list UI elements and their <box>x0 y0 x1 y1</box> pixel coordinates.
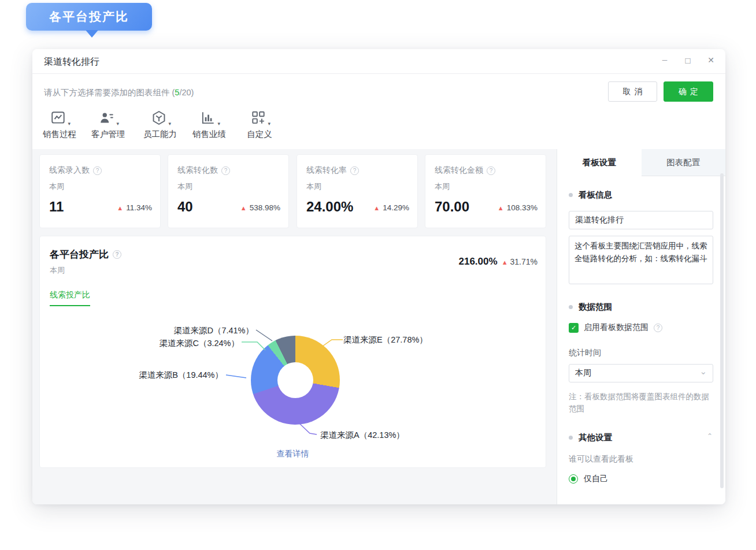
section-other-settings: 其他设置 <box>569 432 612 443</box>
delta-up-icon <box>240 203 247 212</box>
chart-card-period: 本周 <box>50 265 65 276</box>
chevron-down-icon: ▾ <box>268 121 270 127</box>
stat-card-delta: 538.98% <box>240 203 280 212</box>
line-chart-icon: ▾ <box>50 109 69 127</box>
bullet-icon <box>569 436 573 440</box>
custom-grid-plus-icon: ▾ <box>250 109 269 127</box>
toolbar-item-sales-process[interactable]: ▾ 销售过程 <box>39 109 80 140</box>
stat-card-delta: 14.29% <box>373 203 409 212</box>
help-icon[interactable] <box>113 250 121 259</box>
pie-label-C: 渠道来源C（3.24%） <box>150 338 239 349</box>
section-data-scope: 数据范围 <box>569 302 612 313</box>
bar-chart-icon: ▾ <box>199 109 219 127</box>
toolbar-item-label: 客户管理 <box>91 129 125 140</box>
scope-checkbox[interactable] <box>569 323 579 333</box>
hexagon-radar-icon: ▾ <box>150 109 170 127</box>
customer-icon: ▾ <box>98 109 118 127</box>
titlebar: 渠道转化排行 <box>32 49 725 74</box>
chevron-down-icon: ▾ <box>217 121 220 127</box>
time-range-select[interactable]: 本周 <box>569 364 713 382</box>
subtitle-text: 请从下方选择需要添加的图表组件 (5/20) <box>44 87 194 98</box>
chevron-down-icon: ▾ <box>68 121 71 127</box>
help-icon[interactable] <box>221 166 230 175</box>
settings-panel: 看板设置 图表配置 看板信息 这个看板主要围绕汇营销应用中，线索全链路转化的分析… <box>557 149 725 504</box>
stat-card-value: 70.00 <box>435 199 469 215</box>
stat-card-conversion-rate: 线索转化率 本周 24.00% 14.29% <box>297 154 418 228</box>
time-range-label: 统计时间 <box>569 348 601 358</box>
page: 各平台投产比 渠道转化排行 请从下方选择需要添加的图表组件 (5/20) 取消 … <box>0 0 756 550</box>
stat-card-value: 40 <box>177 199 193 215</box>
delta-up-icon <box>373 203 380 212</box>
pie-label-D: 渠道来源D（7.41%） <box>164 325 254 336</box>
minimize-icon[interactable] <box>659 53 670 68</box>
enable-scope-row: 启用看板数据范围 <box>569 322 662 333</box>
tab-chart-config[interactable]: 图表配置 <box>642 149 726 176</box>
panel-scrollbar[interactable] <box>720 173 724 488</box>
pie-label-B: 渠道来源B（19.44%） <box>131 370 223 381</box>
toolbar-item-custom[interactable]: ▾ 自定义 <box>239 109 280 140</box>
pie-label-E: 渠道来源E（27.78%） <box>343 335 428 345</box>
scope-note: 注：看板数据范围将覆盖图表组件的数据范围 <box>569 391 714 415</box>
help-icon[interactable] <box>350 166 359 175</box>
panel-tabs: 看板设置 图表配置 <box>557 149 725 176</box>
delta-up-icon <box>498 203 504 212</box>
stat-card-period: 本周 <box>306 181 321 192</box>
bullet-icon <box>569 193 573 197</box>
delta-up-icon <box>502 257 508 266</box>
help-icon[interactable] <box>654 324 662 332</box>
stat-card-conversion-amount: 线索转化金额 本周 70.00 108.33% <box>425 154 546 228</box>
delta-up-icon <box>117 203 123 212</box>
window-controls <box>659 53 716 68</box>
chart-card-title: 各平台投产比 <box>50 248 109 261</box>
subtitle-prefix: 请从下方选择需要添加的图表组件 ( <box>44 88 175 97</box>
tab-board-settings[interactable]: 看板设置 <box>557 149 642 176</box>
bullet-icon <box>569 305 573 309</box>
stat-card-period: 本周 <box>49 181 64 192</box>
confirm-button[interactable]: 确定 <box>664 81 713 102</box>
stat-card-title: 线索转化数 <box>177 165 218 176</box>
only-me-radio[interactable] <box>569 474 578 484</box>
scope-checkbox-label: 启用看板数据范围 <box>584 322 648 333</box>
stat-card-period: 本周 <box>435 181 450 192</box>
component-toolbar: ▾ 销售过程 ▾ 客户管理 <box>32 109 557 149</box>
donut-hole <box>277 362 313 398</box>
collapse-up-icon[interactable]: ⌃ <box>707 432 713 440</box>
chart-card: 各平台投产比 本周 216.00% 31.71% 线索投产比 渠道来源E（27.… <box>39 236 546 468</box>
chevron-down-icon <box>699 373 707 374</box>
stat-card-title: 线索转化率 <box>306 165 347 176</box>
pie-label-A: 渠道来源A（42.13%） <box>320 430 405 441</box>
window-title: 渠道转化排行 <box>44 56 99 68</box>
toolbar-item-staff-ability[interactable]: ▾ 员工能力 <box>140 109 180 140</box>
headline-value: 216.00% <box>459 256 498 267</box>
visibility-label: 谁可以查看此看板 <box>569 454 633 464</box>
headline-delta: 31.71% <box>510 257 538 266</box>
stat-card-title: 线索转化金额 <box>435 165 483 176</box>
toolbar-item-sales-performance[interactable]: ▾ 销售业绩 <box>189 109 229 140</box>
tab-lead-roi[interactable]: 线索投产比 <box>50 290 90 306</box>
callout-bubble: 各平台投产比 <box>26 3 152 31</box>
stat-card-period: 本周 <box>177 181 192 192</box>
stat-card-title: 线索录入数 <box>49 165 90 176</box>
callout-bubble-tail-icon <box>86 30 98 38</box>
maximize-icon[interactable] <box>683 53 693 68</box>
visibility-option-row: 仅自己 <box>569 474 608 484</box>
close-icon[interactable] <box>706 53 716 68</box>
stat-card-lead-converted: 线索转化数 本周 40 538.98% <box>168 154 289 228</box>
time-range-value: 本周 <box>575 368 591 378</box>
board-desc-textarea[interactable]: 这个看板主要围绕汇营销应用中，线索全链路转化的分析，如：线索转化漏斗 <box>569 236 713 284</box>
stat-card-delta: 11.34% <box>117 203 152 212</box>
toolbar-item-label: 员工能力 <box>143 129 177 140</box>
dialog-window: 渠道转化排行 请从下方选择需要添加的图表组件 (5/20) 取消 确定 ▾ <box>32 49 725 504</box>
chart-headline: 216.00% 31.71% <box>459 256 538 267</box>
chevron-down-icon: ▾ <box>116 121 119 127</box>
help-icon[interactable] <box>487 166 495 175</box>
view-details-link[interactable]: 查看详情 <box>40 449 546 459</box>
stat-card-lead-input: 线索录入数 本周 11 11.34% <box>39 154 161 228</box>
section-board-info: 看板信息 <box>569 189 612 200</box>
help-icon[interactable] <box>93 166 102 175</box>
stat-card-value: 11 <box>49 199 64 215</box>
chevron-down-icon: ▾ <box>168 121 171 127</box>
cancel-button[interactable]: 取消 <box>608 81 657 102</box>
toolbar-item-customer-mgmt[interactable]: ▾ 客户管理 <box>88 109 128 140</box>
board-name-input[interactable] <box>569 211 713 229</box>
